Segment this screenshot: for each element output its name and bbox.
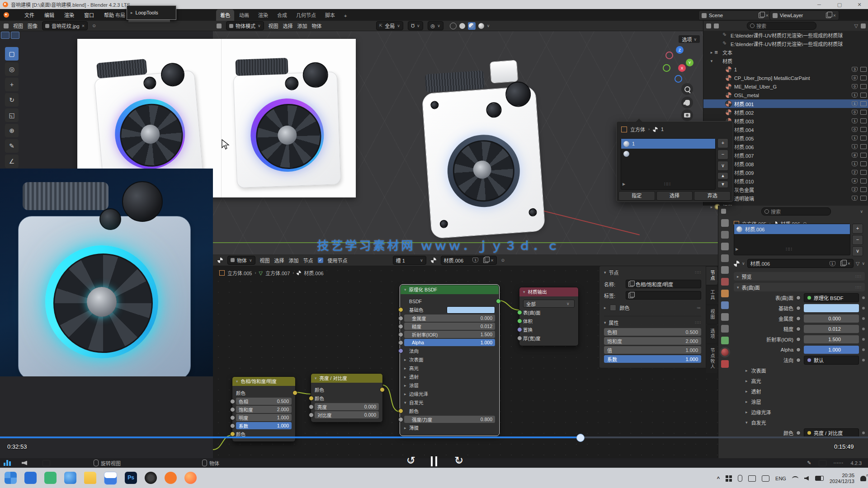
menu-item[interactable]: 渲染 bbox=[64, 11, 74, 19]
looptools-menu-item[interactable]: ▸ LoopTools bbox=[127, 5, 176, 20]
sidebar-slider[interactable]: 值1.000 bbox=[604, 346, 701, 354]
properties-tab[interactable] bbox=[721, 243, 729, 250]
workspace-tab[interactable]: 脚本 bbox=[321, 9, 339, 21]
move-slot-up-button[interactable]: ▴ bbox=[717, 172, 728, 179]
properties-tab[interactable] bbox=[721, 266, 729, 274]
node-row[interactable]: 颜色 bbox=[315, 386, 379, 394]
property-row[interactable]: 透射 bbox=[734, 387, 865, 396]
tool-button[interactable]: + bbox=[5, 78, 19, 91]
remove-viewlayer-icon[interactable]: × bbox=[833, 13, 836, 18]
copy-material-icon[interactable] bbox=[840, 261, 845, 266]
snap-layout-icon[interactable] bbox=[762, 475, 769, 482]
workspace-tab[interactable]: + bbox=[340, 11, 351, 21]
node-row[interactable]: 颜色 bbox=[404, 407, 495, 415]
gizmo-x-neg[interactable] bbox=[665, 52, 673, 59]
material-slot-list[interactable]: 材质.006 ▶ ∷∷ bbox=[734, 224, 850, 255]
node-row[interactable]: 饱和度2.000 bbox=[236, 406, 292, 413]
gizmo-z-neg[interactable] bbox=[675, 75, 682, 83]
wifi-icon[interactable] bbox=[792, 476, 798, 481]
proportional-edit-dropdown[interactable]: ◎∨ bbox=[428, 21, 443, 30]
expand-arrow-icon[interactable]: ▸ bbox=[709, 205, 714, 209]
property-row[interactable]: 边缘光泽 bbox=[734, 408, 865, 417]
node-row[interactable]: 色相0.500 bbox=[236, 398, 292, 405]
node-row[interactable]: ▾ 自发光 bbox=[404, 399, 495, 406]
new-collection-icon[interactable] bbox=[861, 23, 866, 28]
surface-panel[interactable]: ▾表(曲)面∷∷ bbox=[734, 283, 865, 291]
property-row[interactable]: 涂层 bbox=[734, 397, 865, 406]
node-row[interactable]: 表(曲)面 bbox=[523, 309, 575, 316]
select-menu[interactable]: 选择 bbox=[283, 22, 293, 29]
slot-specials-button[interactable]: ∨ bbox=[717, 161, 728, 171]
volume-icon[interactable] bbox=[22, 461, 27, 465]
properties-tab[interactable] bbox=[721, 278, 729, 286]
filter-icon[interactable]: ▽ bbox=[856, 261, 859, 267]
filter-icon[interactable]: ▽ bbox=[854, 23, 858, 29]
scene-selector[interactable]: Scene × bbox=[698, 10, 772, 20]
menu-item[interactable]: 编辑 bbox=[44, 11, 54, 19]
shader-editor[interactable]: 物体∨ 视图 选择 添加 节点 ✓ 使用节点 槽 1∨ 材质.006 1 × ⊙… bbox=[213, 254, 718, 458]
outliner-row[interactable]: ∞ E:\blender课件-UV材质灯光渲染\一些现成的材质球 bbox=[703, 39, 868, 48]
tool-button[interactable]: ∠ bbox=[5, 155, 19, 168]
video-progress-bar[interactable] bbox=[0, 436, 868, 438]
tray-chevron-icon[interactable]: ^ bbox=[717, 476, 720, 481]
battery-icon[interactable] bbox=[815, 476, 824, 481]
mode-dropdown[interactable]: 物体模式∨ bbox=[226, 21, 264, 30]
node-row[interactable]: 明度1.000 bbox=[236, 414, 292, 421]
properties-tab[interactable] bbox=[721, 231, 729, 239]
outliner-row[interactable]: ∞ E:\blender课件-UV材质灯光渲染\一些现成的材质球 bbox=[703, 31, 868, 39]
display-mode-icon[interactable] bbox=[706, 23, 711, 28]
node-header[interactable]: ▾材质输出 bbox=[519, 287, 578, 296]
node-row[interactable]: 强度/力度 0.800 bbox=[404, 416, 495, 423]
slot-row[interactable] bbox=[621, 149, 715, 159]
property-row[interactable]: 自发光 bbox=[734, 418, 865, 427]
speaker-icon[interactable] bbox=[804, 476, 809, 481]
options-chevron-icon[interactable]: ∨ bbox=[860, 209, 863, 214]
shading-mode-buttons[interactable]: ∨ bbox=[450, 22, 490, 30]
property-row[interactable]: 次表面 bbox=[734, 366, 865, 375]
expand-arrow-icon[interactable]: ▾ bbox=[709, 59, 714, 63]
material-name-field[interactable]: 材质.006 1 × bbox=[747, 259, 854, 268]
property-row[interactable]: 折射率(IOR) 1.500 bbox=[734, 335, 865, 344]
display-icon[interactable] bbox=[42, 460, 50, 466]
outliner-row[interactable]: 材质.001 1 bbox=[703, 99, 868, 108]
taskbar-app-icon[interactable] bbox=[5, 472, 17, 484]
tool-button[interactable]: ↻ bbox=[5, 93, 19, 107]
node-header[interactable]: ▾原理化 BSDF bbox=[401, 285, 499, 294]
node-row[interactable]: Alpha 1.000 bbox=[404, 339, 495, 346]
maximize-button[interactable]: ▢ bbox=[832, 0, 847, 9]
sidebar-tab[interactable]: 节点牧人 bbox=[706, 344, 717, 373]
node-row[interactable]: 系数1.000 bbox=[236, 422, 292, 429]
node-hue-saturation[interactable]: ▾色相/饱和度/明度 颜色 色相0.500 饱和度2.000 明度1.000 系… bbox=[232, 376, 296, 442]
workspace-tab[interactable]: 着色 bbox=[216, 9, 234, 21]
node-row[interactable]: ▸ 次表面 bbox=[404, 356, 495, 363]
workspace-tab[interactable]: 合成 bbox=[273, 9, 291, 21]
taskbar-app-icon[interactable] bbox=[64, 472, 76, 484]
property-row[interactable]: 高光 bbox=[734, 376, 865, 385]
sidebar-tab[interactable]: 视图 bbox=[706, 305, 717, 324]
object-menu[interactable]: 物体 bbox=[312, 22, 322, 29]
node-header[interactable]: ▾色相/饱和度/明度 bbox=[232, 377, 295, 386]
properties-tab[interactable] bbox=[721, 301, 729, 309]
slot-row[interactable]: 材质.006 bbox=[734, 224, 850, 234]
node-name-field[interactable]: 色相/饱和度/明度 bbox=[626, 280, 701, 288]
node-panel-header[interactable]: ▾节点∷∷ bbox=[604, 269, 701, 276]
property-row[interactable]: 颜色 亮度 / 对比度 bbox=[734, 428, 865, 437]
properties-tab[interactable] bbox=[721, 325, 729, 333]
expand-arrow-icon[interactable]: ▸ bbox=[709, 50, 714, 55]
speaker-model[interactable] bbox=[414, 45, 554, 247]
property-row[interactable]: 基础色 . bbox=[734, 304, 865, 313]
microphone-icon[interactable] bbox=[738, 475, 742, 482]
node-row[interactable]: 体积 bbox=[523, 317, 575, 325]
property-row[interactable]: 表(曲)面 原理化 BSDF bbox=[734, 293, 865, 302]
taskbar-app-icon[interactable] bbox=[184, 472, 197, 484]
node-row[interactable]: ▸ 边缘光泽 bbox=[404, 390, 495, 398]
snap-dropdown[interactable]: Ω∨ bbox=[408, 21, 423, 30]
tool-button[interactable]: ✎ bbox=[5, 139, 19, 153]
taskbar-app-icon[interactable] bbox=[24, 472, 37, 484]
clock[interactable]: 20:35 2024/12/13 bbox=[830, 473, 854, 484]
node-row[interactable]: 颜色 bbox=[236, 389, 292, 397]
node-tag-field[interactable] bbox=[626, 291, 701, 300]
move-slot-down-button[interactable]: ▾ bbox=[717, 181, 728, 188]
taskbar-app-icon[interactable] bbox=[44, 472, 57, 484]
properties-tab[interactable] bbox=[721, 219, 729, 227]
